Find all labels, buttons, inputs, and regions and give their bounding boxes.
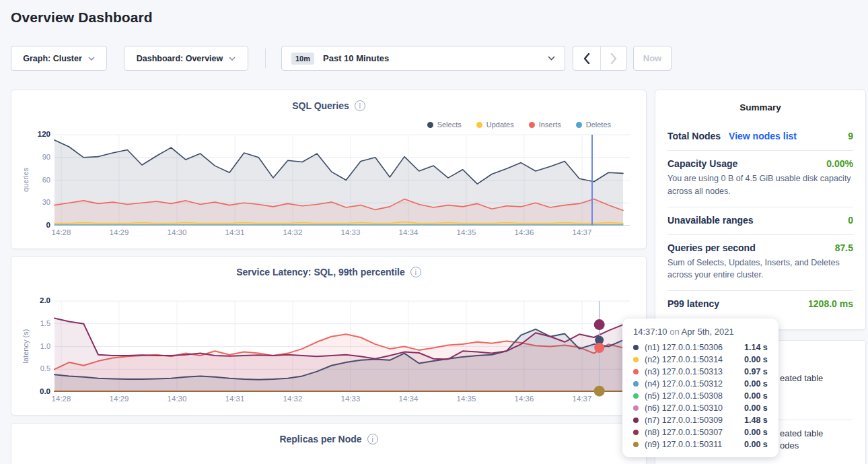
tooltip-node-value: 0.97 s (744, 367, 768, 376)
y-axis-tick: 60 (11, 176, 50, 184)
sql-queries-chart[interactable]: 030609012014:2814:2914:3014:3114:3214:33… (11, 135, 647, 242)
y-axis-tick: 0 (11, 221, 50, 229)
tooltip-node-label: (n2) 127.0.0.1:50314 (645, 355, 744, 364)
info-icon[interactable]: i (367, 434, 378, 444)
tooltip-node-value: 0.00 s (744, 403, 768, 413)
x-axis-tick: 14:31 (220, 395, 250, 403)
legend-label: Selects (437, 121, 462, 129)
event-item-fragment: odes (780, 440, 799, 451)
time-next-button[interactable] (600, 46, 627, 70)
x-axis-tick: 14:32 (278, 228, 308, 236)
y-axis-unit-label: queries (22, 168, 30, 192)
queries-per-second-value: 87.5 (835, 242, 853, 253)
y-axis-tick: 0.5 (11, 364, 50, 372)
x-axis-tick: 14:30 (162, 228, 192, 236)
tooltip-node-label: (n1) 127.0.0.1:50306 (645, 343, 744, 352)
dashboard-dropdown-label: Dashboard: Overview (137, 54, 223, 63)
tooltip-node-label: (n4) 127.0.0.1:50312 (645, 379, 744, 389)
chart-tooltip: 14:37:10 on Apr 5th, 2021 (n1) 127.0.0.1… (622, 319, 779, 457)
time-range-badge: 10m (291, 53, 314, 65)
legend-item[interactable]: Updates (476, 121, 514, 129)
replicas-per-node-card: Replicas per Node i (11, 423, 647, 464)
queries-per-second-row: Queries per second 87.5 (667, 236, 853, 253)
tooltip-node-label: (n9) 127.0.0.1:50311 (645, 440, 744, 449)
node-color-dot (633, 405, 639, 411)
info-icon[interactable]: i (355, 100, 365, 111)
time-range-selector[interactable]: 10m Past 10 Minutes (281, 46, 565, 71)
x-axis-tick: 14:36 (509, 395, 539, 403)
tooltip-node-value: 0.00 s (744, 391, 768, 401)
tooltip-node-label: (n6) 127.0.0.1:50310 (645, 403, 744, 413)
legend-dot (427, 122, 433, 128)
y-axis-tick: 90 (11, 153, 50, 161)
summary-divider (667, 290, 853, 291)
unavailable-ranges-row: Unavailable ranges 0 (667, 209, 853, 226)
info-icon[interactable]: i (410, 267, 421, 277)
x-axis-tick: 14:37 (567, 228, 597, 236)
event-item-fragment: eated table (780, 428, 823, 438)
summary-divider (667, 150, 853, 151)
summary-panel: Summary Total Nodes View nodes list 9 Ca… (655, 90, 866, 330)
service-latency-card: Service Latency: SQL, 99th percentile i … (11, 256, 647, 416)
tooltip-node-label: (n7) 127.0.0.1:50309 (645, 416, 744, 425)
view-nodes-link[interactable]: View nodes list (729, 131, 797, 141)
node-color-dot (633, 369, 639, 374)
p99-latency-row: P99 latency 1208.0 ms (667, 292, 853, 309)
x-axis-tick: 14:28 (46, 395, 76, 403)
tooltip-node-label: (n5) 127.0.0.1:50308 (645, 391, 744, 401)
capacity-usage-caption: You are using 0 B of 4.5 GiB usable disk… (667, 172, 860, 198)
tooltip-row: (n8) 127.0.0.1:503070.00 s (633, 426, 769, 438)
tooltip-node-value: 0.00 s (744, 355, 768, 364)
node-color-dot (633, 381, 639, 387)
x-axis-tick: 14:35 (451, 395, 481, 403)
time-prev-button[interactable] (573, 46, 600, 70)
tooltip-row: (n3) 127.0.0.1:503130.97 s (633, 366, 769, 378)
toolbar-divider (265, 48, 266, 68)
tooltip-date: Apr 5th, 2021 (682, 327, 734, 337)
tooltip-timestamp: 14:37:10 on Apr 5th, 2021 (633, 327, 769, 337)
chart-legend: SelectsUpdatesInsertsDeletes (427, 121, 611, 129)
legend-dot (529, 122, 535, 128)
p99-latency-label: P99 latency (667, 298, 719, 309)
tooltip-node-label: (n3) 127.0.0.1:50313 (645, 367, 744, 376)
sql-chart-title: SQL Queries i (11, 100, 646, 111)
tooltip-row: (n5) 127.0.0.1:503080.00 s (633, 390, 769, 402)
queries-per-second-label: Queries per second (667, 242, 756, 253)
x-axis-tick: 14:29 (104, 395, 134, 403)
tooltip-row: (n1) 127.0.0.1:503061.14 s (633, 341, 769, 354)
now-button[interactable]: Now (633, 46, 672, 71)
node-color-dot (633, 357, 639, 362)
page-title: Overview Dashboard (11, 9, 153, 26)
y-axis-tick: 1.0 (11, 342, 50, 350)
service-latency-chart[interactable]: 0.00.51.01.52.014:2814:2914:3014:3114:32… (11, 301, 647, 409)
node-color-dot (633, 430, 639, 435)
y-axis-tick: 0.0 (11, 387, 50, 395)
summary-divider (667, 207, 853, 207)
x-axis-tick: 14:32 (278, 395, 308, 403)
x-axis-tick: 14:33 (336, 395, 365, 403)
capacity-usage-value: 0.00% (826, 158, 853, 169)
replicas-chart-title-text: Replicas per Node (279, 434, 361, 444)
dashboard-dropdown[interactable]: Dashboard: Overview (124, 46, 248, 71)
tooltip-node-value: 1.14 s (744, 343, 768, 352)
legend-item[interactable]: Inserts (529, 121, 561, 129)
tooltip-node-label: (n8) 127.0.0.1:50307 (645, 428, 744, 437)
graph-dropdown[interactable]: Graph: Cluster (11, 46, 107, 71)
node-color-dot (633, 418, 639, 423)
node-color-dot (633, 345, 639, 350)
legend-label: Inserts (539, 121, 561, 129)
x-axis-tick: 14:34 (394, 228, 423, 236)
time-pager (573, 46, 627, 71)
latency-chart-title: Service Latency: SQL, 99th percentile i (11, 267, 646, 277)
x-axis-tick: 14:31 (220, 228, 250, 236)
legend-item[interactable]: Selects (427, 121, 462, 129)
x-axis-tick: 14:36 (509, 228, 539, 236)
legend-label: Deletes (586, 121, 611, 129)
y-axis-unit-label: latency (s) (22, 329, 30, 364)
legend-item[interactable]: Deletes (576, 121, 611, 129)
y-axis-tick: 1.5 (11, 319, 50, 327)
x-axis-tick: 14:28 (46, 228, 76, 236)
capacity-usage-label: Capacity Usage (667, 158, 737, 169)
graph-dropdown-label: Graph: Cluster (23, 54, 82, 63)
total-nodes-value: 9 (848, 131, 853, 141)
